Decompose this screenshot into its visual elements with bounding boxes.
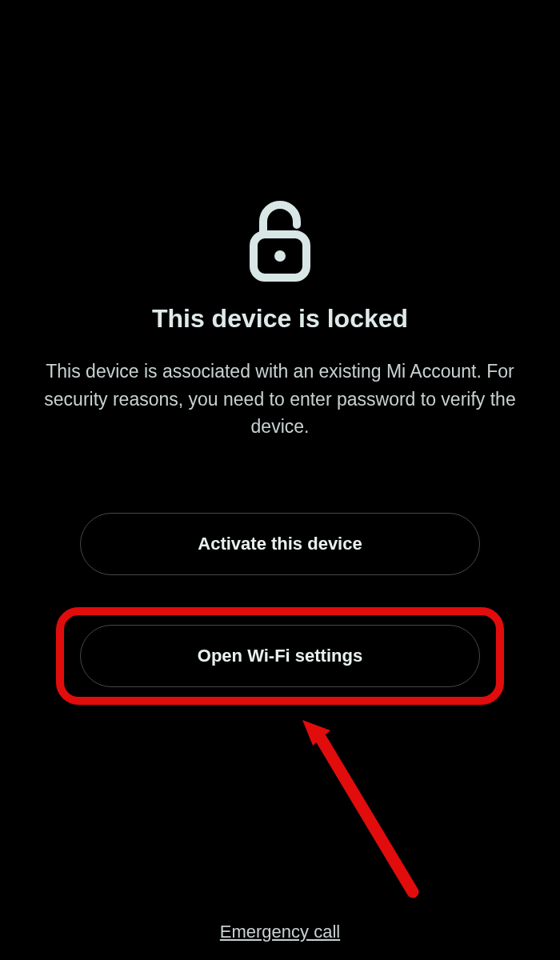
emergency-call-link[interactable]: Emergency call [0,922,560,942]
highlight-annotation: Open Wi-Fi settings [56,607,504,705]
unlock-icon [240,192,320,288]
lock-description: This device is associated with an existi… [32,358,528,441]
svg-point-1 [274,250,286,262]
lock-title: This device is locked [152,304,408,334]
lock-screen: This device is locked This device is ass… [0,0,560,960]
activate-device-button[interactable]: Activate this device [80,513,480,575]
open-wifi-settings-button[interactable]: Open Wi-Fi settings [80,625,480,687]
button-group: Activate this device Open Wi-Fi settings [32,513,528,705]
